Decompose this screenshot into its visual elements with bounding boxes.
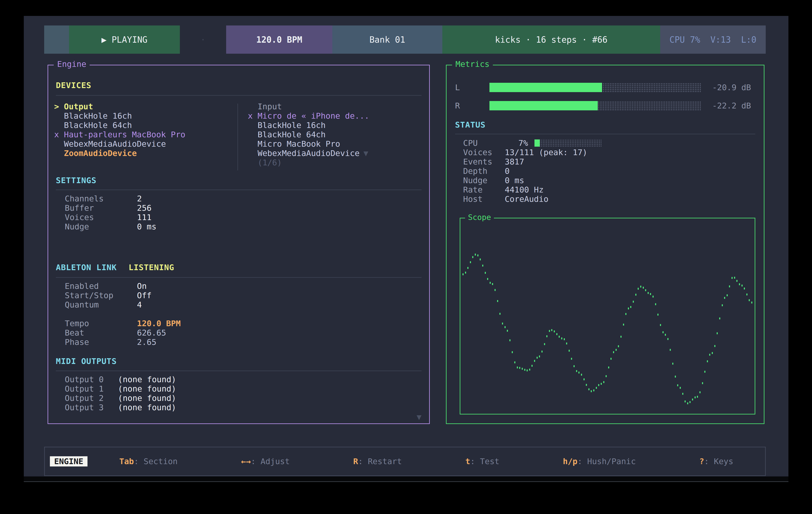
ableton-link-heading: ABLETON LINK xyxy=(56,263,117,272)
status-row: Events3817 xyxy=(463,157,756,167)
scope-dot xyxy=(566,342,567,344)
scope-dot xyxy=(559,336,560,338)
scope-dot xyxy=(551,329,552,331)
level-meter-bar xyxy=(489,101,702,110)
transport-status[interactable]: ▶ PLAYING xyxy=(69,26,180,54)
status-heading: STATUS xyxy=(455,120,756,129)
key-label: ? xyxy=(699,457,704,466)
midi-outputs-heading: MIDI OUTPUTS xyxy=(56,357,422,366)
scope-dot xyxy=(504,326,505,328)
scope-dot xyxy=(699,391,700,393)
scope-dot xyxy=(739,283,740,285)
scope-title: Scope xyxy=(465,213,494,221)
scope-dot xyxy=(652,296,654,298)
scope-dot xyxy=(601,383,602,385)
midi-output-row[interactable]: Output 3(none found) xyxy=(56,403,422,412)
device-row[interactable]: Micro MacBook Pro xyxy=(248,139,418,149)
setting-row[interactable]: Voices111 xyxy=(56,213,422,222)
scope-dot xyxy=(534,360,535,362)
input-device-list: Input xMicro de « iPhone de... BlackHole… xyxy=(248,102,418,167)
action-label: Adjust xyxy=(261,457,290,466)
device-row[interactable]: BlackHole 64ch xyxy=(54,121,235,130)
scope-dot xyxy=(477,254,478,256)
device-page-indicator: (1/6) xyxy=(248,158,418,167)
setting-row[interactable]: Channels2 xyxy=(56,194,422,203)
link-row[interactable]: Quantum4 xyxy=(56,300,422,309)
scope-dot xyxy=(475,253,476,255)
action-label: Keys xyxy=(714,457,733,466)
link-label: Start/Stop xyxy=(65,291,137,300)
device-row[interactable]: BlackHole 16ch xyxy=(248,121,418,130)
device-row[interactable]: WebexMediaAudioDevice▼ xyxy=(248,149,418,158)
scope-dot xyxy=(682,393,683,395)
scope-dot xyxy=(746,294,748,295)
meter-db-value: -22.2 dB xyxy=(712,101,751,110)
scope-dot xyxy=(618,345,619,347)
setting-label: Voices xyxy=(65,213,137,222)
setting-row[interactable]: Nudge0 ms xyxy=(56,222,422,231)
scope-dot xyxy=(470,261,471,263)
scope-dot xyxy=(578,372,579,373)
link-row[interactable]: EnabledOn xyxy=(56,281,422,291)
metrics-panel-title: Metrics xyxy=(452,59,493,69)
scope-dot xyxy=(729,285,730,288)
scope-dot xyxy=(529,369,530,370)
device-row[interactable]: ZoomAudioDevice xyxy=(54,149,235,158)
key-label: ←→ xyxy=(241,457,251,466)
scope-waveform xyxy=(463,220,753,412)
midi-output-row[interactable]: Output 2(none found) xyxy=(56,393,422,403)
scope-dot xyxy=(749,299,750,301)
setting-row[interactable]: Buffer256 xyxy=(56,203,422,213)
scroll-more-icon[interactable]: ▼ xyxy=(416,412,422,422)
scope-dot xyxy=(690,401,691,403)
scope-dot xyxy=(581,374,582,375)
scope-dot xyxy=(463,273,464,275)
selection-marker xyxy=(54,149,64,158)
divider xyxy=(56,189,422,190)
scope-dot xyxy=(482,265,483,267)
phase-value: 2.65 xyxy=(137,337,156,347)
scope-dot xyxy=(702,382,703,384)
scope-dot xyxy=(724,297,725,299)
midi-port-value: (none found) xyxy=(118,393,176,403)
bpm-display[interactable]: 120.0 BPM xyxy=(226,26,332,54)
scope-dot xyxy=(593,389,594,391)
scope-dot xyxy=(663,331,664,333)
engine-panel: Engine DEVICES >Output BlackHole 16ch Bl… xyxy=(48,65,430,424)
dropdown-arrow-icon[interactable]: ▼ xyxy=(363,149,368,158)
setting-label: Channels xyxy=(65,194,137,203)
selection-marker xyxy=(248,130,258,139)
scope-dot xyxy=(620,336,621,338)
scope-dot xyxy=(712,352,713,354)
scope-dot xyxy=(472,256,473,258)
scope-dot xyxy=(610,358,612,360)
midi-port-label: Output 2 xyxy=(65,393,118,403)
selection-marker xyxy=(54,139,64,149)
device-row[interactable]: BlackHole 64ch xyxy=(248,130,418,139)
midi-output-row[interactable]: Output 1(none found) xyxy=(56,384,422,393)
scope-dot xyxy=(717,332,718,334)
device-row[interactable]: xHaut-parleurs MacBook Pro xyxy=(54,130,235,139)
input-list-header: Input xyxy=(248,102,418,111)
pattern-display[interactable]: kicks · 16 steps · #66 xyxy=(442,26,660,54)
device-row[interactable]: xMicro de « iPhone de... xyxy=(248,111,418,121)
divider xyxy=(56,277,422,278)
setting-value: 256 xyxy=(137,203,152,213)
midi-output-row[interactable]: Output 0(none found) xyxy=(56,375,422,384)
scope-dot xyxy=(499,313,500,315)
scope-dot xyxy=(628,307,629,309)
tempo-row[interactable]: Tempo120.0 BPM xyxy=(56,319,422,328)
bank-display[interactable]: Bank 01 xyxy=(332,26,442,54)
scope-dot xyxy=(655,303,656,305)
scope-dot xyxy=(645,289,646,291)
scope-dot xyxy=(522,368,523,370)
key-label: h/p xyxy=(563,457,578,466)
device-label: WebexMediaAudioDevice xyxy=(258,149,359,158)
link-row[interactable]: Start/StopOff xyxy=(56,291,422,300)
scope-dot xyxy=(707,360,708,362)
app-window: ▶ PLAYING · 120.0 BPM Bank 01 kicks · 16… xyxy=(24,16,788,477)
device-row[interactable]: >Output xyxy=(54,102,235,111)
device-row[interactable]: WebexMediaAudioDevice xyxy=(54,139,235,149)
device-row[interactable]: BlackHole 16ch xyxy=(54,111,235,121)
divider xyxy=(56,95,422,96)
